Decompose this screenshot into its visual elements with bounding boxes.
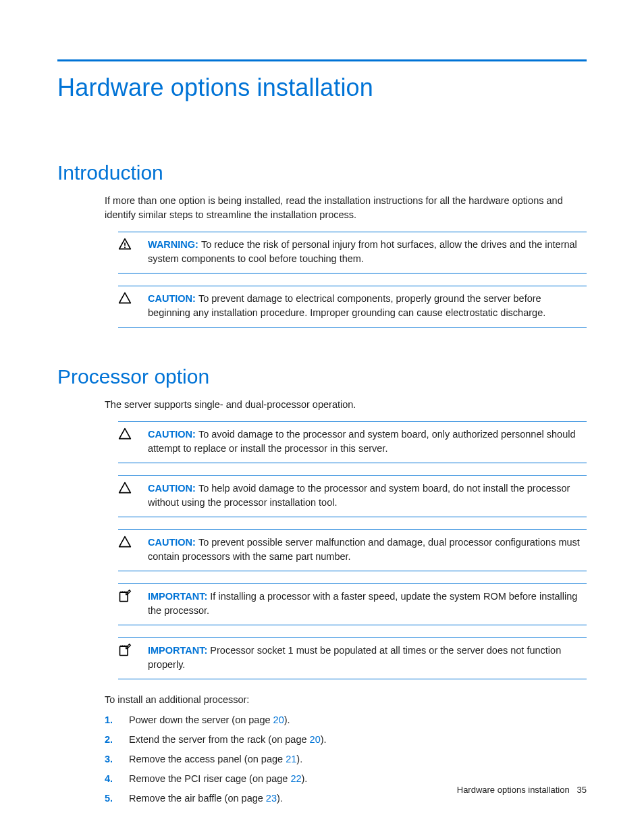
admonition-body: To prevent possible server malfunction a…: [148, 537, 580, 562]
step-text: ).: [284, 714, 290, 725]
page-link[interactable]: 20: [273, 714, 284, 725]
admonition-warning: WARNING:To reduce the risk of personal i…: [118, 232, 587, 273]
admonition-text: CAUTION:To prevent damage to electrical …: [148, 292, 587, 320]
step-text: ).: [277, 793, 283, 804]
admonition-label: IMPORTANT:: [148, 645, 207, 656]
processor-paragraph: The server supports single- and dual-pro…: [105, 398, 587, 412]
admonition-text: CAUTION:To prevent possible server malfu…: [148, 536, 587, 564]
page-title: Hardware options installation: [57, 74, 587, 102]
caution-icon: [118, 536, 148, 549]
step-text: ).: [302, 773, 308, 784]
list-item: Remove the access panel (on page 21).: [105, 752, 587, 766]
step-text: Remove the access panel (on page: [129, 754, 286, 764]
admonition-caution: CAUTION:To prevent possible server malfu…: [118, 529, 587, 571]
section-heading-processor: Processor option: [57, 365, 587, 388]
steps-intro: To install an additional processor:: [105, 694, 587, 705]
intro-paragraph: If more than one option is being install…: [105, 194, 587, 222]
step-text: Power down the server (on page: [129, 714, 273, 725]
admonition-label: WARNING:: [148, 239, 198, 250]
caution-icon: [118, 481, 148, 495]
important-icon: [118, 644, 148, 657]
admonition-text: IMPORTANT:If installing a processor with…: [148, 590, 587, 618]
top-rule: [57, 59, 587, 61]
admonition-body: If installing a processor with a faster …: [148, 591, 577, 616]
caution-icon: [118, 292, 148, 305]
admonition-body: To reduce the risk of personal injury fr…: [148, 239, 577, 264]
admonition-caution: CAUTION:To help avoid damage to the proc…: [118, 475, 587, 517]
page-link[interactable]: 23: [266, 793, 277, 804]
caution-icon: [118, 427, 148, 441]
footer-section: Hardware options installation: [457, 785, 570, 795]
step-text: Remove the PCI riser cage (on page: [129, 773, 290, 784]
admonition-body: To prevent damage to electrical componen…: [148, 293, 545, 318]
admonition-text: IMPORTANT:Processor socket 1 must be pop…: [148, 644, 587, 672]
list-item: Power down the server (on page 20).: [105, 713, 587, 727]
admonition-important: IMPORTANT:If installing a processor with…: [118, 583, 587, 625]
step-text: ).: [321, 734, 327, 745]
admonition-text: CAUTION:To help avoid damage to the proc…: [148, 481, 587, 510]
admonition-label: IMPORTANT:: [148, 591, 207, 602]
admonition-label: CAUTION:: [148, 293, 196, 304]
admonition-caution: CAUTION:To prevent damage to electrical …: [118, 286, 587, 328]
page-link[interactable]: 21: [286, 754, 296, 764]
admonition-body: Processor socket 1 must be populated at …: [148, 645, 561, 670]
admonition-body: To avoid damage to the processor and sys…: [148, 429, 575, 454]
admonition-important: IMPORTANT:Processor socket 1 must be pop…: [118, 637, 587, 679]
admonition-label: CAUTION:: [148, 483, 196, 494]
page-footer: Hardware options installation 35: [457, 785, 587, 795]
page-link[interactable]: 20: [310, 734, 321, 745]
section-heading-introduction: Introduction: [57, 161, 587, 184]
step-text: Remove the air baffle (on page: [129, 793, 266, 804]
step-text: Extend the server from the rack (on page: [129, 734, 310, 745]
admonition-label: CAUTION:: [148, 537, 196, 548]
important-icon: [118, 590, 148, 603]
admonition-text: CAUTION:To avoid damage to the processor…: [148, 427, 587, 456]
list-item: Extend the server from the rack (on page…: [105, 733, 587, 747]
page-link[interactable]: 22: [290, 773, 301, 784]
warning-icon: [118, 238, 148, 251]
admonition-caution: CAUTION:To avoid damage to the processor…: [118, 421, 587, 463]
step-text: ).: [296, 754, 302, 764]
footer-page-number: 35: [577, 785, 587, 795]
admonition-body: To help avoid damage to the processor an…: [148, 483, 570, 508]
admonition-text: WARNING:To reduce the risk of personal i…: [148, 238, 587, 266]
admonition-label: CAUTION:: [148, 429, 196, 440]
